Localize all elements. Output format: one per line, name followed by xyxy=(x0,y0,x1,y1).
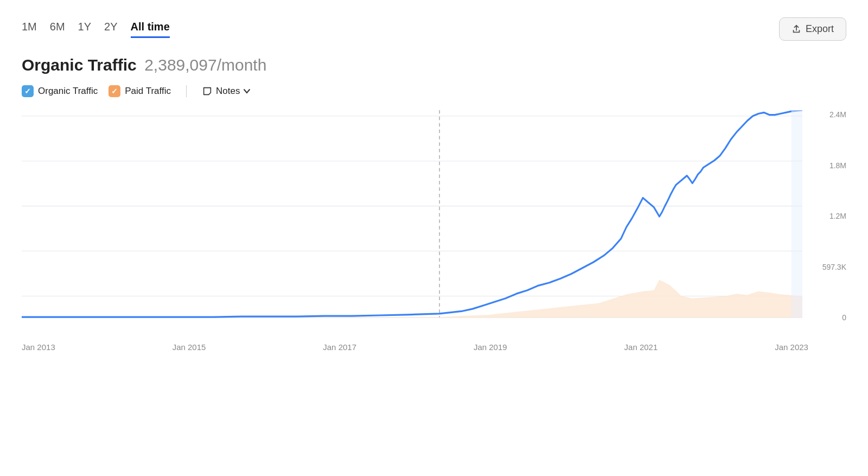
top-bar: 1M 6M 1Y 2Y All time Export xyxy=(22,17,846,41)
y-label-1_2m: 1.2M xyxy=(808,212,846,220)
filter-1m[interactable]: 1M xyxy=(22,21,37,38)
export-button[interactable]: Export xyxy=(779,17,846,41)
filter-2y[interactable]: 2Y xyxy=(104,21,117,38)
chevron-down-icon xyxy=(243,87,251,95)
export-icon xyxy=(792,24,801,34)
metric-row: Organic Traffic 2,389,097/month xyxy=(22,56,846,74)
x-label-2021: Jan 2021 xyxy=(624,342,658,352)
filter-1y[interactable]: 1Y xyxy=(78,21,91,38)
legend-paid[interactable]: ✓ Paid Traffic xyxy=(108,85,171,97)
notes-icon xyxy=(202,86,213,97)
chart-container: 2.4M 1.8M 1.2M 597.3K 0 xyxy=(22,110,846,338)
paid-label: Paid Traffic xyxy=(125,86,171,97)
legend-organic[interactable]: ✓ Organic Traffic xyxy=(22,85,98,97)
traffic-chart xyxy=(22,110,846,338)
notes-label: Notes xyxy=(216,86,240,97)
y-label-597k: 597.3K xyxy=(808,263,846,271)
y-label-1_8m: 1.8M xyxy=(808,161,846,170)
metric-title: Organic Traffic xyxy=(22,56,137,74)
x-label-2023: Jan 2023 xyxy=(775,342,808,352)
paid-checkbox[interactable]: ✓ xyxy=(108,85,120,97)
filter-all-time[interactable]: All time xyxy=(131,21,170,38)
x-axis-labels: Jan 2013 Jan 2015 Jan 2017 Jan 2019 Jan … xyxy=(22,338,846,352)
notes-button[interactable]: Notes xyxy=(202,86,251,97)
organic-checkbox[interactable]: ✓ xyxy=(22,85,34,97)
legend-row: ✓ Organic Traffic ✓ Paid Traffic Notes xyxy=(22,85,846,97)
y-label-0: 0 xyxy=(808,313,846,322)
x-label-2013: Jan 2013 xyxy=(22,342,55,352)
organic-label: Organic Traffic xyxy=(38,86,98,97)
svg-rect-8 xyxy=(792,110,802,318)
y-axis-labels: 2.4M 1.8M 1.2M 597.3K 0 xyxy=(808,110,846,338)
y-label-2_4m: 2.4M xyxy=(808,110,846,119)
time-filters: 1M 6M 1Y 2Y All time xyxy=(22,21,170,38)
filter-6m[interactable]: 6M xyxy=(50,21,65,38)
x-label-2019: Jan 2019 xyxy=(474,342,507,352)
metric-value: 2,389,097/month xyxy=(144,56,266,74)
x-label-2017: Jan 2017 xyxy=(323,342,356,352)
legend-divider xyxy=(186,85,187,97)
x-label-2015: Jan 2015 xyxy=(173,342,206,352)
